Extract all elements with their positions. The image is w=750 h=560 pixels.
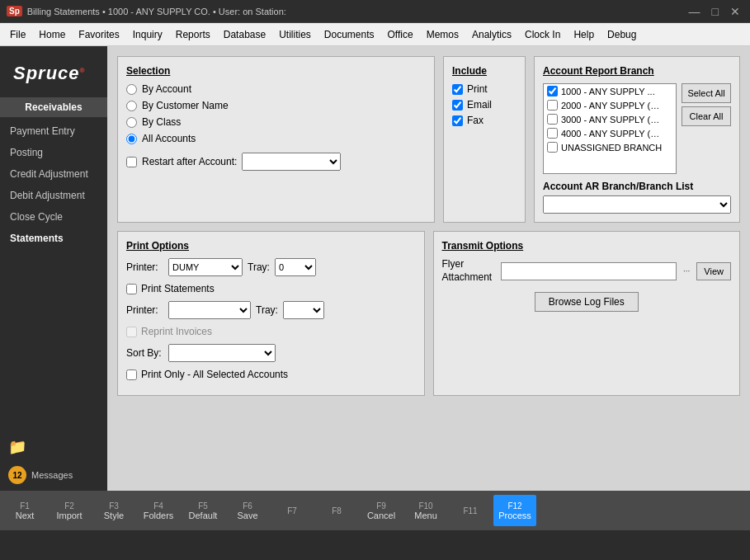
radio-by-class[interactable]: By Class [126, 116, 426, 128]
include-print[interactable]: Print [452, 83, 517, 95]
fkey-f11[interactable]: F11 [449, 495, 492, 526]
messages-label: Messages [31, 470, 73, 480]
maximize-button[interactable]: □ [709, 5, 722, 18]
radio-all-accounts[interactable]: All Accounts [126, 133, 426, 144]
menu-clockin[interactable]: Clock In [518, 26, 567, 44]
include-print-checkbox[interactable] [452, 84, 463, 95]
branch-item-3000[interactable]: 3000 - ANY SUPPLY (… [544, 112, 676, 126]
print-only-checkbox[interactable] [126, 369, 137, 380]
fkey-f10[interactable]: F10 Menu [404, 495, 447, 526]
fkey-f1[interactable]: F1 Next [3, 495, 46, 526]
browse-log-files-button[interactable]: Browse Log Files [535, 292, 639, 312]
radio-by-class-label: By Class [142, 116, 181, 128]
include-fax-checkbox[interactable] [452, 115, 463, 126]
fkey-f12[interactable]: F12 Process [493, 495, 536, 526]
clear-all-button[interactable]: Clear All [682, 106, 731, 126]
menu-help[interactable]: Help [567, 26, 601, 44]
menu-database[interactable]: Database [217, 26, 272, 44]
menu-utilities[interactable]: Utilities [272, 26, 318, 44]
radio-by-account[interactable]: By Account [126, 83, 426, 95]
sidebar-item-credit-adjustment[interactable]: Credit Adjustment [0, 163, 107, 185]
messages-badge[interactable]: 12 [8, 466, 26, 484]
menu-debug[interactable]: Debug [601, 26, 643, 44]
branch-list-container: 1000 - ANY SUPPLY ... 2000 - ANY SUPPLY … [543, 83, 731, 174]
sort-by-label: Sort By: [126, 347, 163, 359]
tray1-select[interactable]: 0 [275, 258, 316, 276]
fkey-f5[interactable]: F5 Default [182, 495, 224, 526]
include-email[interactable]: Email [452, 99, 517, 111]
restart-select[interactable] [242, 153, 341, 171]
tray2-select[interactable] [283, 301, 324, 319]
sidebar-logo: Spruce® [0, 54, 107, 97]
include-fax[interactable]: Fax [452, 115, 517, 126]
print-statements-label: Print Statements [141, 283, 215, 294]
fkey-bar: F1 Next F2 Import F3 Style F4 Folders F5… [0, 491, 750, 530]
menu-documents[interactable]: Documents [318, 26, 381, 44]
select-all-button[interactable]: Select All [682, 83, 731, 103]
radio-by-customer-label: By Customer Name [142, 100, 229, 111]
branch-2000-checkbox[interactable] [547, 100, 558, 111]
radio-all-accounts-input[interactable] [126, 134, 137, 144]
radio-by-class-input[interactable] [126, 117, 137, 128]
branch-1000-checkbox[interactable] [547, 86, 558, 96]
menu-office[interactable]: Office [381, 26, 420, 44]
folder-icon: 📁 [8, 438, 26, 456]
sidebar-item-payment-entry[interactable]: Payment Entry [0, 120, 107, 142]
sidebar-item-close-cycle[interactable]: Close Cycle [0, 206, 107, 228]
title-bar: Sp Billing Statements • 1000 - ANY SUPPL… [0, 0, 750, 23]
branch-item-1000[interactable]: 1000 - ANY SUPPLY ... [544, 84, 676, 98]
branch-4000-checkbox[interactable] [547, 128, 558, 139]
sort-by-select[interactable] [168, 344, 276, 362]
menu-memos[interactable]: Memos [420, 26, 465, 44]
sidebar-item-debit-adjustment[interactable]: Debit Adjustment [0, 185, 107, 206]
fkey-f2[interactable]: F2 Import [48, 495, 91, 526]
radio-by-customer[interactable]: By Customer Name [126, 100, 426, 111]
menu-favorites[interactable]: Favorites [72, 26, 125, 44]
print-options-panel: Print Options Printer: DUMY Tray: 0 Prin… [117, 231, 425, 396]
fkey-f12-label: Process [498, 511, 531, 520]
menu-reports[interactable]: Reports [169, 26, 217, 44]
fkey-f6-label: Save [237, 511, 257, 520]
ar-branch-row: Account AR Branch/Branch List [543, 181, 731, 214]
branch-item-unassigned[interactable]: UNASSIGNED BRANCH [544, 140, 676, 154]
top-row: Selection By Account By Customer Name By… [117, 56, 740, 223]
sidebar-item-statements[interactable]: Statements [0, 228, 107, 249]
flyer-input[interactable] [501, 262, 677, 280]
branch-item-4000[interactable]: 4000 - ANY SUPPLY (… [544, 126, 676, 140]
printer1-label: Printer: [126, 261, 163, 273]
printer1-select[interactable]: DUMY [168, 258, 243, 276]
fkey-f8[interactable]: F8 [315, 495, 358, 526]
selection-panel: Selection By Account By Customer Name By… [117, 56, 435, 223]
status-bar [0, 530, 750, 560]
menu-inquiry[interactable]: Inquiry [126, 26, 169, 44]
print-statements-checkbox[interactable] [126, 284, 137, 294]
fkey-f9[interactable]: F9 Cancel [360, 495, 403, 526]
fkey-f7[interactable]: F7 [271, 495, 314, 526]
flyer-browse-dots[interactable]: ··· [682, 266, 691, 275]
menu-analytics[interactable]: Analytics [465, 26, 518, 44]
reprint-invoices-checkbox[interactable] [126, 327, 137, 337]
radio-by-account-input[interactable] [126, 84, 137, 95]
minimize-button[interactable]: — [686, 5, 704, 18]
radio-by-customer-input[interactable] [126, 101, 137, 111]
fkey-f6[interactable]: F6 Save [226, 495, 269, 526]
close-button[interactable]: ✕ [727, 5, 743, 18]
branch-unassigned-checkbox[interactable] [547, 142, 558, 153]
menu-home[interactable]: Home [32, 26, 72, 44]
include-email-checkbox[interactable] [452, 100, 463, 111]
fkey-f4-label: Folders [144, 511, 174, 520]
restart-checkbox[interactable] [126, 157, 137, 167]
sidebar-item-posting[interactable]: Posting [0, 142, 107, 163]
menu-file[interactable]: File [3, 26, 32, 44]
printer2-label: Printer: [126, 304, 163, 316]
branch-3000-checkbox[interactable] [547, 114, 558, 125]
branch-item-2000[interactable]: 2000 - ANY SUPPLY (… [544, 98, 676, 112]
title-text: Billing Statements • 1000 - ANY SUPPLY C… [27, 7, 286, 16]
fkey-f3[interactable]: F3 Style [92, 495, 135, 526]
window-controls[interactable]: — □ ✕ [686, 5, 743, 18]
printer2-select[interactable] [168, 301, 251, 319]
fkey-f2-label: Import [56, 511, 82, 520]
fkey-f4[interactable]: F4 Folders [137, 495, 180, 526]
ar-branch-select[interactable] [543, 195, 731, 214]
view-button[interactable]: View [696, 262, 731, 280]
